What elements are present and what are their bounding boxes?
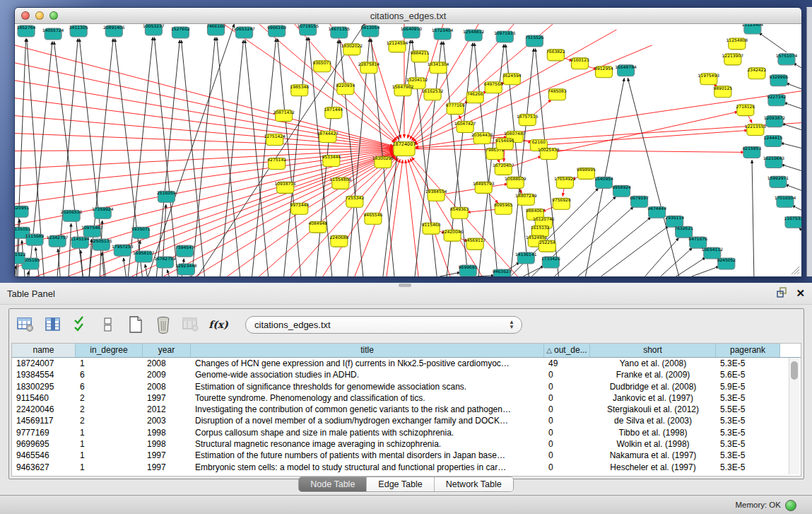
- graph-node-label: 12505135: [90, 238, 112, 243]
- black-edge[interactable]: [676, 257, 706, 276]
- black-edge[interactable]: [661, 247, 693, 276]
- table-cell: 5.3E-5: [716, 427, 780, 438]
- table-row[interactable]: 977716911998Corpus callosum shape and si…: [12, 427, 801, 438]
- black-edge[interactable]: [601, 226, 668, 276]
- splitter-handle[interactable]: [399, 284, 411, 287]
- black-edge[interactable]: [577, 217, 651, 276]
- table-row[interactable]: 1830029562008Estimation of significance …: [12, 381, 801, 392]
- red-edge[interactable]: [323, 158, 399, 276]
- red-edge[interactable]: [414, 30, 617, 144]
- table-cell: 5.3E-5: [716, 462, 780, 473]
- table-cell: 5.3E-5: [716, 392, 780, 404]
- table-cell: 5.3E-5: [716, 438, 780, 450]
- table-row[interactable]: 1872400712008Changes of HCN gene express…: [12, 358, 801, 369]
- table-row[interactable]: 2242004622012Investigating the contribut…: [12, 404, 801, 415]
- black-edge[interactable]: [782, 124, 801, 130]
- black-edge[interactable]: [192, 37, 215, 276]
- network-window: citations_edges.txt 18527641405572434113…: [14, 7, 802, 277]
- black-edge[interactable]: [154, 37, 177, 276]
- column-header-short[interactable]: short: [590, 344, 716, 357]
- graph-node-label: 1527602: [171, 26, 190, 31]
- black-edge[interactable]: [781, 143, 801, 148]
- black-edge[interactable]: [759, 33, 787, 52]
- graph-node-label: 9465546: [364, 212, 383, 217]
- black-edge[interactable]: [145, 264, 147, 276]
- tab-network-table[interactable]: Network Table: [435, 477, 513, 491]
- column-header-name[interactable]: name: [12, 344, 76, 357]
- memory-status-icon[interactable]: [785, 500, 796, 511]
- delete-column-icon[interactable]: [154, 315, 172, 334]
- tab-node-table[interactable]: Node Table: [299, 477, 367, 491]
- black-edge[interactable]: [786, 83, 801, 89]
- red-edge[interactable]: [36, 153, 394, 276]
- graph-node-label: 2620951: [15, 205, 30, 210]
- graph-node-label: 12093872: [764, 115, 786, 120]
- table-selector-dropdown[interactable]: citations_edges.txt ▲▼: [245, 316, 522, 334]
- row-selection-icon[interactable]: [71, 315, 90, 334]
- table-mode-icon[interactable]: [16, 315, 35, 334]
- black-edge[interactable]: [784, 103, 801, 108]
- float-panel-icon[interactable]: [777, 287, 787, 300]
- graph-node-label: 15992971: [767, 175, 789, 180]
- graph-node-label: 8220934: [336, 83, 355, 88]
- graph-node-label: 9154696: [495, 138, 514, 143]
- black-edge[interactable]: [115, 39, 143, 276]
- column-header-pagerank[interactable]: pagerank: [716, 344, 780, 357]
- scrollbar-thumb[interactable]: [791, 361, 798, 380]
- black-edge[interactable]: [475, 276, 494, 276]
- red-edge[interactable]: [406, 160, 418, 276]
- table-row[interactable]: 946554611997Estimation of the future num…: [12, 450, 801, 461]
- black-edge[interactable]: [217, 37, 240, 276]
- graph-node-label: 18757515: [517, 114, 539, 119]
- black-edge[interactable]: [28, 271, 29, 276]
- table-row[interactable]: 911546021997Tourette syndrome. Phenomeno…: [12, 392, 801, 404]
- black-edge[interactable]: [785, 185, 801, 190]
- red-edge[interactable]: [163, 154, 394, 276]
- table-cell: 2008: [143, 358, 191, 369]
- graph-node-label: 14524851: [526, 235, 548, 240]
- graph-node-label: 10975487: [81, 225, 103, 230]
- red-edge[interactable]: [404, 149, 744, 153]
- table-cell: 2012: [143, 404, 191, 415]
- red-edge[interactable]: [410, 158, 482, 276]
- black-edge[interactable]: [752, 160, 754, 276]
- table-row[interactable]: 969969511998Structural magnetic resonanc…: [12, 438, 801, 450]
- black-edge[interactable]: [16, 39, 26, 276]
- close-panel-icon[interactable]: ✕: [796, 287, 805, 300]
- column-header-year[interactable]: year: [143, 344, 191, 357]
- function-builder-icon[interactable]: f(x): [209, 315, 228, 334]
- tab-edge-table[interactable]: Edge Table: [367, 477, 434, 491]
- graph-node-label: 2718126: [736, 104, 755, 109]
- new-column-icon[interactable]: [126, 315, 145, 334]
- graph-node-label: 2342422: [748, 67, 767, 72]
- black-edge[interactable]: [781, 165, 801, 171]
- graph-node-label: 1244415: [764, 135, 783, 140]
- column-header-out_de[interactable]: △out_de...: [544, 344, 590, 357]
- black-edge[interactable]: [348, 39, 370, 276]
- column-header-title[interactable]: title: [191, 344, 544, 357]
- black-edge[interactable]: [412, 40, 437, 276]
- column-header-in_degree[interactable]: in_degree: [76, 344, 143, 357]
- network-window-titlebar[interactable]: citations_edges.txt: [15, 8, 801, 24]
- black-edge[interactable]: [124, 258, 126, 276]
- black-edge[interactable]: [167, 270, 170, 276]
- red-edge[interactable]: [548, 112, 738, 153]
- merge-rows-icon[interactable]: [99, 315, 117, 334]
- red-edge[interactable]: [415, 45, 652, 144]
- table-cell: 18300295: [12, 381, 76, 392]
- graph-node-label: 15751074: [776, 53, 798, 58]
- table-row[interactable]: 946362711997Embryonic stem cells: a mode…: [12, 462, 801, 473]
- black-edge[interactable]: [245, 40, 269, 276]
- column-visibility-icon[interactable]: [44, 315, 62, 334]
- black-edge[interactable]: [692, 267, 719, 276]
- resize-grip-icon[interactable]: [792, 267, 799, 274]
- network-canvas[interactable]: 1852764140557243411305208914061005323715…: [15, 24, 801, 276]
- graph-node-label: 12923448: [175, 263, 197, 268]
- black-edge[interactable]: [284, 37, 307, 276]
- table-row[interactable]: 1456911722003Disruption of a novel membe…: [12, 415, 801, 426]
- black-edge[interactable]: [220, 40, 244, 276]
- graph-node-label: 10653247: [233, 26, 255, 31]
- table-row[interactable]: 1938455462009Genome-wide association stu…: [12, 369, 801, 380]
- vertical-scrollbar[interactable]: [789, 358, 799, 474]
- black-edge[interactable]: [628, 78, 678, 276]
